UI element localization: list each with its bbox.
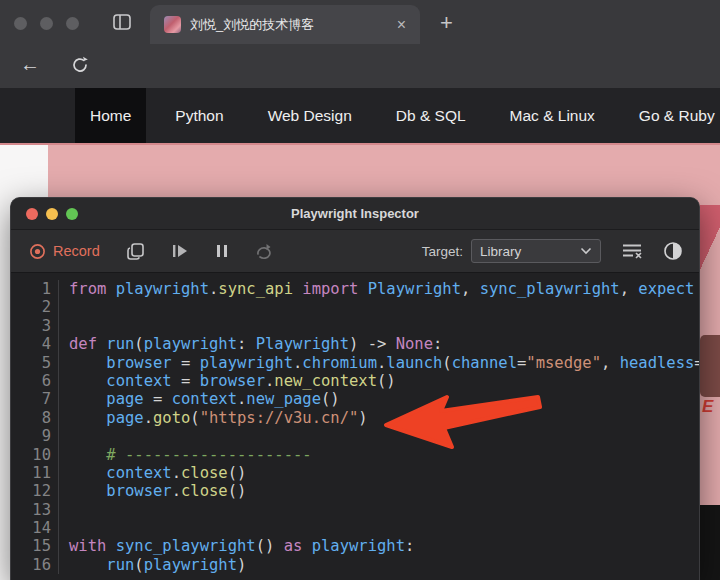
code-line-text: from playwright.sync_api import Playwrig… [58,280,699,298]
inspector-title-bar[interactable]: Playwright Inspector [11,198,699,229]
copy-icon[interactable] [126,242,145,261]
zoom-window-button[interactable] [66,208,78,220]
target-label: Target: [422,244,463,259]
line-number: 11 [11,464,58,482]
screen: 刘悦_刘悦的技术博客 × + ← https://v3u.cn [0,0,720,580]
code-line-text [58,501,699,519]
line-number: 13 [11,501,58,519]
pause-icon[interactable] [215,243,229,259]
nav-item-go-ruby[interactable]: Go & Ruby [624,88,720,143]
nav-item-db-sql[interactable]: Db & SQL [381,88,481,143]
inspector-window-controls [26,208,78,220]
code-line-text: # -------------------- [58,446,699,464]
line-number: 8 [11,409,58,427]
code-line-text: run(playwright) [58,556,699,574]
target-select-value: Library [480,244,580,259]
page-art-letter: E [702,397,713,417]
code-line-text: page.goto("https://v3u.cn/") [58,409,699,427]
line-number: 6 [11,372,58,390]
code-line: 1from playwright.sync_api import Playwri… [11,280,699,298]
tab-close-icon[interactable]: × [393,16,410,34]
code-line: 9 [11,427,699,445]
nav-item-mac-linux[interactable]: Mac & Linux [495,88,610,143]
line-number: 5 [11,354,58,372]
chevron-down-icon [580,247,592,255]
record-button[interactable]: Record [29,243,100,260]
browser-tab-bar: 刘悦_刘悦的技术博客 × + [0,0,720,44]
page-art-red-shape [700,205,720,280]
source-code-view[interactable]: 1from playwright.sync_api import Playwri… [11,273,699,580]
code-line: 15with sync_playwright() as playwright: [11,537,699,555]
code-line-text: browser = playwright.chromium.launch(cha… [58,354,699,372]
line-number: 10 [11,446,58,464]
new-tab-button[interactable]: + [432,8,461,38]
line-number: 9 [11,427,58,445]
record-label: Record [53,243,100,259]
code-line-text: browser.close() [58,482,699,500]
code-line: 10 # -------------------- [11,446,699,464]
zoom-window-button[interactable] [66,17,79,30]
line-number: 1 [11,280,58,298]
code-line: 6 context = browser.new_context() [11,372,699,390]
resume-icon[interactable] [171,243,189,259]
line-number: 7 [11,390,58,408]
back-icon[interactable]: ← [20,53,40,76]
page-art-glyph [700,505,720,580]
minimize-window-button[interactable] [40,17,53,30]
window-controls [14,17,79,30]
code-line-text: page = context.new_page() [58,390,699,408]
code-line-text [58,519,699,537]
code-line-text [58,317,699,335]
code-line: 12 browser.close() [11,482,699,500]
line-number: 4 [11,335,58,353]
code-line: 7 page = context.new_page() [11,390,699,408]
line-number: 12 [11,482,58,500]
address-bar: ← https://v3u.cn A [0,44,720,88]
tab-title: 刘悦_刘悦的技术博客 [190,16,393,34]
line-number: 3 [11,317,58,335]
nav-item-web-design[interactable]: Web Design [253,88,367,143]
nav-item-python[interactable]: Python [160,88,238,143]
tab-panel-icon[interactable] [112,12,132,32]
code-line-text: with sync_playwright() as playwright: [58,537,699,555]
inspector-toolbar: Record [11,229,699,273]
close-window-button[interactable] [14,17,27,30]
code-line: 16 run(playwright) [11,556,699,574]
line-number: 16 [11,556,58,574]
code-line: 3 [11,317,699,335]
code-line-text [58,298,699,316]
code-line: 4def run(playwright: Playwright) -> None… [11,335,699,353]
code-line: 2 [11,298,699,316]
reload-icon[interactable] [70,55,90,75]
line-number: 14 [11,519,58,537]
code-line-text: def run(playwright: Playwright) -> None: [58,335,699,353]
step-over-icon[interactable] [255,243,273,260]
line-number: 15 [11,537,58,555]
code-line: 13 [11,501,699,519]
site-nav: HomePythonWeb DesignDb & SQLMac & LinuxG… [0,88,720,143]
close-window-button[interactable] [26,208,38,220]
code-line: 14 [11,519,699,537]
code-line-text: context = browser.new_context() [58,372,699,390]
window-title: Playwright Inspector [291,206,419,221]
code-line-text: context.close() [58,464,699,482]
clear-log-icon[interactable] [621,243,643,259]
minimize-window-button[interactable] [46,208,58,220]
nav-item-home[interactable]: Home [75,88,146,143]
code-line-text [58,427,699,445]
playwright-inspector-window: Playwright Inspector Record [10,197,700,580]
site-favicon [164,16,181,33]
theme-toggle-icon[interactable] [663,241,683,261]
target-select[interactable]: Library [471,239,601,263]
code-line: 5 browser = playwright.chromium.launch(c… [11,354,699,372]
line-number: 2 [11,298,58,316]
code-line: 8 page.goto("https://v3u.cn/") [11,409,699,427]
page-art-maroon-shape [700,335,720,397]
browser-tab[interactable]: 刘悦_刘悦的技术博客 × [150,5,420,44]
record-icon [29,243,46,260]
code-line: 11 context.close() [11,464,699,482]
